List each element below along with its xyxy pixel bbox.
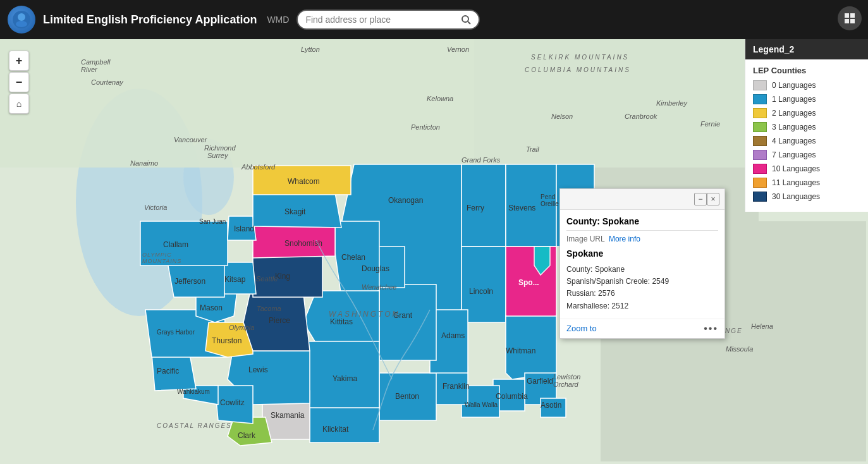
legend-panel: Legend_2 LEP Counties 0 Languages 1 Lang… <box>745 39 868 212</box>
legend-swatch <box>753 136 767 146</box>
legend-item: 11 Languages <box>753 178 860 188</box>
svg-marker-35 <box>243 294 310 351</box>
legend-item-label: 3 Languages <box>772 123 816 131</box>
legend-content: LEP Counties 0 Languages 1 Languages 2 L… <box>745 59 868 212</box>
svg-marker-7 <box>462 164 506 247</box>
svg-point-47 <box>16 21 27 27</box>
search-input[interactable] <box>305 15 461 25</box>
legend-item-label: 10 Languages <box>772 164 820 173</box>
svg-marker-36 <box>253 253 322 297</box>
popup-stat: Spanish/Spanish Creole: 2549 <box>566 276 718 288</box>
svg-rect-53 <box>850 19 855 23</box>
popup-image-url-label: Image URL <box>566 235 604 243</box>
popup-body: County: Spokane Image URL More info Spok… <box>560 210 724 312</box>
map-container: Whatcom Skagit Snohomish Island San Juan… <box>0 0 868 464</box>
popup-image-url: Image URL More info <box>566 235 718 243</box>
svg-rect-52 <box>845 19 849 23</box>
legend-swatch <box>753 94 767 104</box>
legend-item: 2 Languages <box>753 108 860 118</box>
legend-header: Legend_2 <box>745 39 868 59</box>
svg-marker-8 <box>506 164 556 247</box>
popup-close-button[interactable]: × <box>707 193 719 205</box>
legend-swatch <box>753 192 767 202</box>
svg-marker-42 <box>253 193 341 228</box>
popup-spokane-label: Spokane <box>566 248 718 259</box>
svg-marker-37 <box>221 262 256 294</box>
legend-title: Legend_2 <box>753 44 794 54</box>
legend-item-label: 11 Languages <box>772 178 820 187</box>
svg-marker-29 <box>215 386 253 424</box>
legend-item: 0 Languages <box>753 80 860 90</box>
app-logo <box>8 6 35 34</box>
legend-item-label: 0 Languages <box>772 81 816 90</box>
legend-item-label: 1 Languages <box>772 95 816 104</box>
legend-swatch <box>753 122 767 132</box>
popup-minimize-button[interactable]: − <box>694 193 707 205</box>
svg-marker-14 <box>541 398 566 417</box>
popup-stat: County: Spokane <box>566 264 718 276</box>
svg-point-46 <box>18 13 25 21</box>
popup: − × County: Spokane Image URL More info … <box>559 188 725 339</box>
legend-swatch <box>753 150 767 160</box>
svg-rect-51 <box>850 13 855 18</box>
legend-swatch <box>753 164 767 174</box>
popup-stat: Russian: 2576 <box>566 288 718 300</box>
popup-stat: Marshallese: 2512 <box>566 300 718 312</box>
legend-item-label: 2 Languages <box>772 109 816 118</box>
svg-marker-18 <box>379 373 436 420</box>
zoom-in-button[interactable]: + <box>9 51 29 71</box>
svg-rect-50 <box>845 13 849 18</box>
popup-county-title: County: Spokane <box>566 216 718 231</box>
legend-item: 7 Languages <box>753 150 860 160</box>
wmd-badge: WMD <box>267 15 289 25</box>
legend-section-title: LEP Counties <box>753 66 860 75</box>
legend-item-label: 4 Languages <box>772 137 816 145</box>
legend-swatch <box>753 108 767 118</box>
popup-more-info-link[interactable]: More info <box>609 235 640 243</box>
app-title: Limited English Proficiency Application <box>43 13 257 27</box>
zoom-to-link[interactable]: Zoom to <box>566 324 597 333</box>
legend-item: 3 Languages <box>753 122 860 132</box>
legend-item: 4 Languages <box>753 136 860 146</box>
svg-marker-38 <box>168 262 224 297</box>
svg-marker-39 <box>140 221 228 266</box>
popup-footer: Zoom to ••• <box>560 319 724 338</box>
svg-point-48 <box>462 16 468 22</box>
map-controls: + − ⌂ <box>9 51 29 114</box>
legend-item: 30 Languages <box>753 192 860 202</box>
svg-line-49 <box>468 21 470 24</box>
legend-swatch <box>753 178 767 188</box>
legend-item-label: 30 Languages <box>772 192 820 201</box>
svg-marker-41 <box>228 216 256 240</box>
search-button[interactable] <box>461 15 471 25</box>
legend-items: 0 Languages 1 Languages 2 Languages 3 La… <box>753 80 860 202</box>
popup-more-options-button[interactable]: ••• <box>704 323 718 334</box>
header: Limited English Proficiency Application … <box>0 0 868 39</box>
popup-stats: County: SpokaneSpanish/Spanish Creole: 2… <box>566 264 718 312</box>
svg-marker-43 <box>253 166 351 195</box>
legend-swatch <box>753 80 767 90</box>
home-button[interactable]: ⌂ <box>9 94 29 114</box>
legend-item-label: 7 Languages <box>772 150 816 159</box>
popup-header: − × <box>560 189 724 210</box>
svg-marker-25 <box>310 408 379 443</box>
map-svg <box>0 0 868 464</box>
grid-button[interactable] <box>838 6 862 30</box>
svg-marker-12 <box>506 316 556 379</box>
search-container <box>296 9 480 30</box>
svg-marker-31 <box>152 354 196 391</box>
legend-item: 1 Languages <box>753 94 860 104</box>
zoom-out-button[interactable]: − <box>9 72 29 92</box>
legend-item: 10 Languages <box>753 164 860 174</box>
